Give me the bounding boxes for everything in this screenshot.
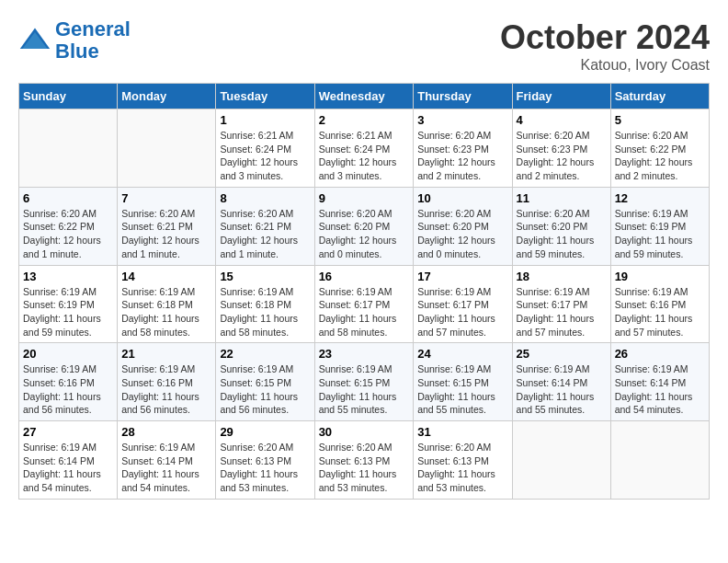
day-number: 23	[319, 347, 410, 361]
weekday-header: Monday	[118, 84, 216, 109]
day-number: 29	[220, 425, 310, 439]
calendar-cell: 28Sunrise: 6:19 AM Sunset: 6:14 PM Dayli…	[118, 421, 216, 500]
calendar-cell: 22Sunrise: 6:19 AM Sunset: 6:15 PM Dayli…	[216, 343, 314, 421]
day-info: Sunrise: 6:19 AM Sunset: 6:19 PM Dayligh…	[23, 285, 113, 339]
calendar-cell: 20Sunrise: 6:19 AM Sunset: 6:16 PM Dayli…	[19, 343, 118, 421]
day-info: Sunrise: 6:20 AM Sunset: 6:23 PM Dayligh…	[517, 129, 607, 183]
day-number: 24	[417, 347, 507, 361]
day-info: Sunrise: 6:20 AM Sunset: 6:21 PM Dayligh…	[121, 207, 211, 261]
weekday-header: Thursday	[414, 84, 512, 109]
calendar-cell: 29Sunrise: 6:20 AM Sunset: 6:13 PM Dayli…	[216, 421, 314, 500]
day-number: 14	[121, 270, 211, 283]
day-number: 16	[319, 270, 410, 283]
calendar-cell: 18Sunrise: 6:19 AM Sunset: 6:17 PM Dayli…	[512, 265, 610, 343]
calendar-cell: 31Sunrise: 6:20 AM Sunset: 6:13 PM Dayli…	[414, 421, 512, 500]
calendar-cell: 16Sunrise: 6:19 AM Sunset: 6:17 PM Dayli…	[314, 265, 414, 343]
day-number: 4	[517, 113, 607, 127]
page-header: General Blue October 2024 Katouo, Ivory …	[18, 18, 710, 74]
day-number: 9	[319, 191, 410, 205]
weekday-header: Wednesday	[314, 84, 414, 109]
day-info: Sunrise: 6:20 AM Sunset: 6:20 PM Dayligh…	[319, 207, 410, 261]
day-info: Sunrise: 6:20 AM Sunset: 6:13 PM Dayligh…	[319, 441, 410, 495]
day-number: 6	[23, 191, 113, 205]
calendar-cell: 2Sunrise: 6:21 AM Sunset: 6:24 PM Daylig…	[314, 109, 414, 188]
day-info: Sunrise: 6:19 AM Sunset: 6:17 PM Dayligh…	[417, 285, 507, 339]
day-number: 20	[23, 347, 113, 361]
day-number: 19	[615, 270, 705, 283]
day-number: 27	[23, 425, 113, 439]
title-block: October 2024 Katouo, Ivory Coast	[500, 18, 710, 74]
logo-line2: Blue	[55, 40, 99, 63]
day-info: Sunrise: 6:19 AM Sunset: 6:15 PM Dayligh…	[319, 362, 410, 417]
calendar-cell	[512, 421, 610, 500]
calendar-cell: 13Sunrise: 6:19 AM Sunset: 6:19 PM Dayli…	[19, 265, 118, 343]
day-number: 28	[121, 425, 211, 439]
calendar-cell: 12Sunrise: 6:19 AM Sunset: 6:19 PM Dayli…	[610, 187, 709, 265]
day-number: 13	[23, 270, 113, 283]
day-info: Sunrise: 6:19 AM Sunset: 6:18 PM Dayligh…	[121, 285, 211, 339]
calendar-cell: 6Sunrise: 6:20 AM Sunset: 6:22 PM Daylig…	[19, 187, 118, 265]
calendar-cell: 10Sunrise: 6:20 AM Sunset: 6:20 PM Dayli…	[414, 187, 512, 265]
day-number: 17	[417, 270, 507, 283]
day-info: Sunrise: 6:19 AM Sunset: 6:16 PM Dayligh…	[23, 362, 113, 417]
day-number: 5	[615, 113, 705, 127]
calendar-week-row: 1Sunrise: 6:21 AM Sunset: 6:24 PM Daylig…	[19, 109, 710, 188]
calendar-cell: 21Sunrise: 6:19 AM Sunset: 6:16 PM Dayli…	[118, 343, 216, 421]
day-info: Sunrise: 6:20 AM Sunset: 6:13 PM Dayligh…	[417, 441, 507, 495]
day-info: Sunrise: 6:19 AM Sunset: 6:18 PM Dayligh…	[220, 285, 310, 339]
day-number: 22	[220, 347, 310, 361]
weekday-header: Sunday	[19, 84, 118, 109]
day-info: Sunrise: 6:19 AM Sunset: 6:14 PM Dayligh…	[517, 362, 607, 417]
location-subtitle: Katouo, Ivory Coast	[500, 57, 710, 74]
logo-icon	[18, 24, 51, 57]
day-info: Sunrise: 6:19 AM Sunset: 6:16 PM Dayligh…	[121, 362, 211, 417]
calendar-cell: 23Sunrise: 6:19 AM Sunset: 6:15 PM Dayli…	[314, 343, 414, 421]
calendar-cell: 19Sunrise: 6:19 AM Sunset: 6:16 PM Dayli…	[610, 265, 709, 343]
day-number: 10	[417, 191, 507, 205]
calendar-header: SundayMondayTuesdayWednesdayThursdayFrid…	[19, 84, 710, 109]
day-info: Sunrise: 6:21 AM Sunset: 6:24 PM Dayligh…	[319, 129, 410, 183]
day-info: Sunrise: 6:20 AM Sunset: 6:22 PM Dayligh…	[615, 129, 705, 183]
logo-line1: General	[55, 17, 131, 40]
day-info: Sunrise: 6:19 AM Sunset: 6:14 PM Dayligh…	[23, 441, 113, 495]
weekday-row: SundayMondayTuesdayWednesdayThursdayFrid…	[19, 84, 710, 109]
day-info: Sunrise: 6:19 AM Sunset: 6:14 PM Dayligh…	[615, 362, 705, 417]
day-info: Sunrise: 6:20 AM Sunset: 6:13 PM Dayligh…	[220, 441, 310, 495]
calendar-cell: 25Sunrise: 6:19 AM Sunset: 6:14 PM Dayli…	[512, 343, 610, 421]
calendar-body: 1Sunrise: 6:21 AM Sunset: 6:24 PM Daylig…	[19, 109, 710, 500]
calendar-week-row: 13Sunrise: 6:19 AM Sunset: 6:19 PM Dayli…	[19, 265, 710, 343]
day-number: 12	[615, 191, 705, 205]
day-info: Sunrise: 6:19 AM Sunset: 6:15 PM Dayligh…	[417, 362, 507, 417]
day-info: Sunrise: 6:19 AM Sunset: 6:19 PM Dayligh…	[615, 207, 705, 261]
calendar-cell: 4Sunrise: 6:20 AM Sunset: 6:23 PM Daylig…	[512, 109, 610, 188]
day-number: 26	[615, 347, 705, 361]
calendar-cell: 14Sunrise: 6:19 AM Sunset: 6:18 PM Dayli…	[118, 265, 216, 343]
logo-text: General Blue	[55, 18, 131, 63]
logo: General Blue	[18, 18, 131, 63]
calendar-cell	[118, 109, 216, 188]
calendar-cell: 30Sunrise: 6:20 AM Sunset: 6:13 PM Dayli…	[314, 421, 414, 500]
day-info: Sunrise: 6:20 AM Sunset: 6:21 PM Dayligh…	[220, 207, 310, 261]
calendar-cell	[19, 109, 118, 188]
calendar-table: SundayMondayTuesdayWednesdayThursdayFrid…	[18, 83, 710, 500]
day-number: 8	[220, 191, 310, 205]
calendar-cell: 11Sunrise: 6:20 AM Sunset: 6:20 PM Dayli…	[512, 187, 610, 265]
day-number: 1	[220, 113, 310, 127]
day-number: 7	[121, 191, 211, 205]
calendar-cell: 27Sunrise: 6:19 AM Sunset: 6:14 PM Dayli…	[19, 421, 118, 500]
day-info: Sunrise: 6:20 AM Sunset: 6:22 PM Dayligh…	[23, 207, 113, 261]
weekday-header: Saturday	[610, 84, 709, 109]
calendar-week-row: 6Sunrise: 6:20 AM Sunset: 6:22 PM Daylig…	[19, 187, 710, 265]
calendar-cell	[610, 421, 709, 500]
calendar-cell: 15Sunrise: 6:19 AM Sunset: 6:18 PM Dayli…	[216, 265, 314, 343]
calendar-cell: 7Sunrise: 6:20 AM Sunset: 6:21 PM Daylig…	[118, 187, 216, 265]
day-info: Sunrise: 6:19 AM Sunset: 6:16 PM Dayligh…	[615, 285, 705, 339]
calendar-cell: 1Sunrise: 6:21 AM Sunset: 6:24 PM Daylig…	[216, 109, 314, 188]
month-title: October 2024	[500, 18, 710, 57]
day-number: 18	[517, 270, 607, 283]
day-number: 31	[417, 425, 507, 439]
day-info: Sunrise: 6:21 AM Sunset: 6:24 PM Dayligh…	[220, 129, 310, 183]
calendar-week-row: 20Sunrise: 6:19 AM Sunset: 6:16 PM Dayli…	[19, 343, 710, 421]
calendar-cell: 5Sunrise: 6:20 AM Sunset: 6:22 PM Daylig…	[610, 109, 709, 188]
day-number: 11	[517, 191, 607, 205]
